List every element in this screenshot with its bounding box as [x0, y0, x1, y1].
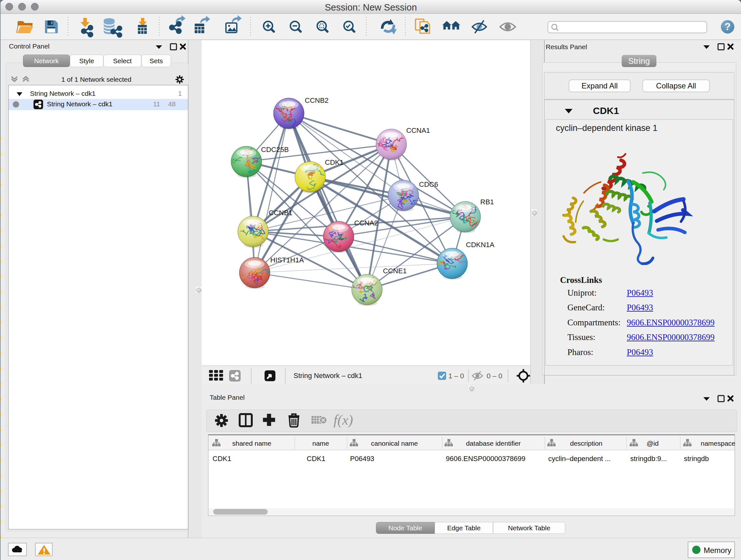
svg-text:CDKN1A: CDKN1A	[466, 241, 495, 249]
svg-text:0 – 0: 0 – 0	[487, 372, 502, 380]
svg-text:HIST1H1A: HIST1H1A	[270, 256, 304, 264]
svg-text:CDC25B: CDC25B	[261, 145, 289, 153]
svg-text:RB1: RB1	[480, 198, 494, 206]
svg-text:1 – 0: 1 – 0	[448, 372, 464, 380]
svg-text:CDC6: CDC6	[419, 180, 438, 188]
svg-text:CCNE1: CCNE1	[383, 267, 407, 275]
svg-text:CCNB1: CCNB1	[269, 209, 293, 217]
svg-text:CDK1: CDK1	[325, 159, 344, 166]
svg-text:CCNA1: CCNA1	[406, 126, 430, 134]
svg-text:CCNA2: CCNA2	[354, 219, 378, 227]
svg-text:CCNB2: CCNB2	[305, 97, 329, 105]
